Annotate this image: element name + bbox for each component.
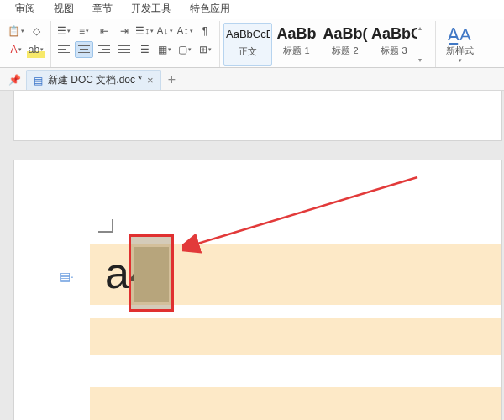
tabs-icon[interactable]: ⊞▾ bbox=[196, 41, 214, 58]
new-tab-button[interactable]: + bbox=[168, 72, 176, 87]
distribute-icon[interactable]: ☰ bbox=[135, 41, 154, 58]
shading-icon[interactable]: ▦▾ bbox=[155, 41, 174, 58]
styles-gallery: AaBbCcDd 正文 AaBb 标题 1 AaBb( 标题 2 AaBbC 标… bbox=[220, 21, 436, 67]
chevron-up-icon[interactable]: ▴ bbox=[418, 24, 430, 32]
annotation-selection-box bbox=[129, 234, 174, 312]
table-row-3[interactable] bbox=[90, 387, 502, 420]
new-style-group: A̲A 新样式 ▾ bbox=[436, 21, 485, 67]
align-justify-icon[interactable] bbox=[115, 41, 134, 58]
show-marks-icon[interactable]: ¶ bbox=[196, 23, 214, 39]
style-heading3[interactable]: AaBbC 标题 3 bbox=[370, 23, 418, 66]
tab-title: 新建 DOC 文档.doc * bbox=[48, 73, 142, 87]
font-color-icon[interactable]: A▾ bbox=[7, 41, 25, 58]
style-sample: AaBbC bbox=[371, 24, 417, 43]
paragraph-options-icon[interactable]: ▤· bbox=[60, 270, 74, 283]
menu-review[interactable]: 审阅 bbox=[15, 2, 35, 16]
paragraph-group: ☰▾ ≡▾ ⇤ ⇥ ☰↕▾ A↓▾ A↕▾ ¶ ☰ ▦▾ ▢▾ bbox=[51, 21, 220, 67]
chevron-down-icon: ▾ bbox=[442, 57, 478, 64]
new-style-button[interactable]: A̲A 新样式 ▾ bbox=[439, 23, 480, 66]
clear-format-icon[interactable]: ◇ bbox=[27, 23, 45, 39]
pin-icon[interactable]: 📌 bbox=[8, 74, 21, 86]
style-label: 正文 bbox=[226, 45, 270, 58]
close-icon[interactable]: × bbox=[147, 74, 154, 87]
outdent-icon[interactable]: ⇤ bbox=[95, 23, 113, 39]
menu-dev-tools[interactable]: 开发工具 bbox=[131, 2, 171, 16]
annotation-arrow-icon bbox=[182, 169, 434, 270]
ribbon-toolbar: 📋▾ ◇ A▾ ab▾ ☰▾ ≡▾ ⇤ ⇥ ☰↕▾ A↓▾ A↕▾ ¶ bbox=[0, 19, 504, 68]
sort-icon[interactable]: A↕▾ bbox=[176, 23, 194, 39]
svg-line-1 bbox=[195, 177, 417, 244]
doc-icon: ▤ bbox=[34, 75, 43, 87]
new-style-icon: A̲A bbox=[441, 24, 478, 45]
style-normal[interactable]: AaBbCcDd 正文 bbox=[223, 23, 272, 66]
menu-chapter[interactable]: 章节 bbox=[92, 2, 113, 16]
align-center-icon[interactable] bbox=[75, 41, 93, 58]
menu-special[interactable]: 特色应用 bbox=[190, 2, 230, 16]
workspace: a4 ▤· bbox=[0, 91, 504, 420]
cursor-position-mark bbox=[98, 219, 113, 233]
font-group: 📋▾ ◇ A▾ ab▾ bbox=[3, 21, 51, 67]
table-row-2[interactable] bbox=[90, 318, 502, 355]
indent-icon[interactable]: ⇥ bbox=[115, 23, 134, 39]
text-direction-icon[interactable]: A↓▾ bbox=[155, 23, 174, 39]
style-sample: AaBbCcDd bbox=[226, 25, 270, 44]
new-style-label: 新样式 bbox=[441, 45, 478, 57]
style-sample: AaBb( bbox=[323, 24, 368, 43]
menu-view[interactable]: 视图 bbox=[54, 2, 74, 16]
format-painter-icon[interactable]: 📋▾ bbox=[7, 23, 25, 39]
highlight-color-icon[interactable]: ab▾ bbox=[27, 41, 45, 58]
borders-icon[interactable]: ▢▾ bbox=[176, 41, 194, 58]
style-label: 标题 2 bbox=[323, 45, 368, 57]
document-tab[interactable]: ▤ 新建 DOC 文档.doc * × bbox=[26, 70, 161, 90]
tab-strip: 📌 ▤ 新建 DOC 文档.doc * × + bbox=[0, 68, 504, 91]
style-label: 标题 1 bbox=[274, 45, 319, 57]
style-label: 标题 3 bbox=[371, 45, 417, 57]
bullet-list-icon[interactable]: ☰▾ bbox=[55, 23, 73, 39]
line-spacing-icon[interactable]: ☰↕▾ bbox=[135, 23, 154, 39]
numbered-list-icon[interactable]: ≡▾ bbox=[75, 23, 93, 39]
align-left-icon[interactable] bbox=[55, 41, 73, 58]
style-heading1[interactable]: AaBb 标题 1 bbox=[272, 23, 321, 66]
styles-scroll[interactable]: ▴ ▾ bbox=[418, 23, 430, 66]
document-page[interactable]: a4 ▤· bbox=[13, 160, 502, 420]
style-sample: AaBb bbox=[274, 24, 319, 43]
selection-fill bbox=[134, 247, 169, 302]
align-right-icon[interactable] bbox=[95, 41, 113, 58]
style-heading2[interactable]: AaBb( 标题 2 bbox=[321, 23, 370, 66]
chevron-down-icon[interactable]: ▾ bbox=[418, 56, 430, 64]
previous-page-edge bbox=[13, 91, 502, 141]
